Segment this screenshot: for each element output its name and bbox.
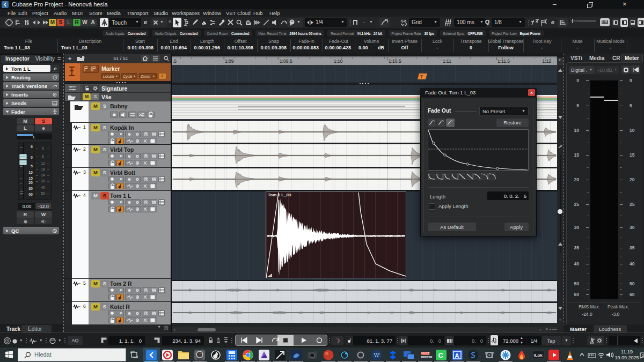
svg-text:iLok: iLok	[534, 353, 543, 358]
svg-text:MEETER: MEETER	[421, 356, 433, 359]
svg-text:VOICE: VOICE	[421, 352, 430, 355]
svg-text:3: 3	[642, 353, 644, 357]
svg-text:A: A	[455, 352, 459, 359]
svg-text:C: C	[438, 351, 444, 359]
